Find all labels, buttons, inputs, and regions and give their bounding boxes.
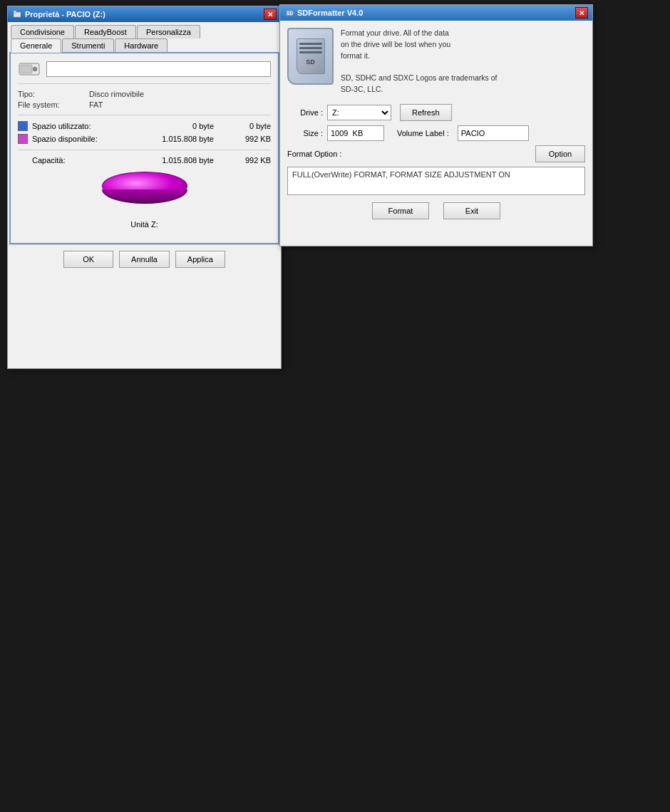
props-tabs-container: Condivisione ReadyBoost Personalizza Gen…	[8, 22, 281, 52]
svg-point-4	[33, 67, 37, 71]
props-titlebar[interactable]: Proprietà - PACIO (Z:) ✕	[8, 6, 281, 22]
props-tabs-row2: Generale Strumenti Hardware	[11, 38, 278, 52]
capacity-row: Capacità: 1.015.808 byte 992 KB	[18, 156, 271, 165]
volume-label-input[interactable]	[458, 125, 529, 141]
free-space-label: Spazio disponibile:	[32, 135, 157, 143]
capacity-kb: 992 KB	[228, 156, 271, 165]
size-label: Size :	[287, 129, 323, 137]
sd-card-icon: SD	[287, 28, 334, 85]
capacity-label: Capacità:	[32, 156, 157, 165]
drive-icon-row	[18, 61, 271, 78]
desc-line1: Format your drive. All of the data	[341, 28, 449, 37]
trademark-line1: SD, SDHC and SDXC Logos are trademarks o…	[341, 73, 497, 82]
format-info-box: FULL(OverWrite) FORMAT, FORMAT SIZE ADJU…	[287, 167, 585, 195]
disk-visual: Unità Z:	[18, 172, 271, 229]
props-titlebar-left: Proprietà - PACIO (Z:)	[12, 9, 105, 19]
free-space-row: Spazio disponibile: 1.015.808 byte 992 K…	[18, 134, 271, 144]
sdformat-content: SD Format your drive. All of the data on…	[280, 21, 592, 227]
sdformat-titlebar-left: SD SDFormatter V4.0	[284, 8, 363, 18]
disk-side	[102, 189, 187, 204]
size-row: Size : Volume Label :	[287, 125, 585, 141]
drive-label: Drive :	[287, 108, 323, 117]
free-kb: 992 KB	[228, 135, 271, 143]
format-info-text: FULL(OverWrite) FORMAT, FORMAT SIZE ADJU…	[292, 170, 510, 179]
filesystem-value: FAT	[89, 100, 103, 109]
drive-icon	[18, 61, 41, 78]
svg-text:SD: SD	[287, 11, 294, 16]
divider2	[18, 115, 271, 115]
disk-unit-label: Unità Z:	[102, 220, 187, 229]
refresh-button[interactable]: Refresh	[400, 104, 452, 121]
sdformat-title-icon: SD	[284, 8, 294, 18]
tab-generale[interactable]: Generale	[11, 38, 61, 53]
props-dialog-buttons: OK Annulla Applica	[8, 244, 281, 274]
sdformat-top: SD Format your drive. All of the data on…	[287, 28, 585, 95]
properties-dialog: Proprietà - PACIO (Z:) ✕ Condivisione Re…	[7, 6, 282, 369]
applica-button[interactable]: Applica	[175, 251, 225, 268]
drive-row: Drive : Z: Refresh	[287, 104, 585, 121]
tab-readyboost[interactable]: ReadyBoost	[75, 25, 136, 38]
sd-stripe-1	[299, 43, 322, 45]
option-button[interactable]: Option	[535, 145, 585, 162]
divider3	[18, 150, 271, 150]
annulla-button[interactable]: Annulla	[119, 251, 170, 268]
format-button[interactable]: Format	[372, 202, 429, 219]
props-title-text: Proprietà - PACIO (Z:)	[25, 10, 105, 19]
props-tab-panel: Tipo: Disco rimovibile File system: FAT …	[9, 52, 279, 244]
free-color-box	[18, 134, 28, 144]
sd-description-box: Format your drive. All of the data on th…	[341, 28, 585, 95]
sd-card-inner: SD	[297, 38, 325, 74]
sdformat-bottom-buttons: Format Exit	[287, 202, 585, 219]
format-option-label: Format Option :	[287, 150, 531, 158]
drive-select[interactable]: Z:	[327, 105, 391, 120]
sdformat-close-button[interactable]: ✕	[575, 7, 588, 19]
filesystem-label: File system:	[18, 100, 89, 109]
tab-condivisione[interactable]: Condivisione	[11, 25, 74, 38]
free-bytes: 1.015.808 byte	[157, 135, 214, 143]
exit-button[interactable]: Exit	[443, 202, 500, 219]
used-color-box	[18, 121, 28, 131]
used-space-row: Spazio utilizzato: 0 byte 0 byte	[18, 121, 271, 131]
ok-button[interactable]: OK	[63, 251, 113, 268]
tab-hardware[interactable]: Hardware	[115, 38, 168, 52]
tipo-row: Tipo: Disco rimovibile	[18, 90, 271, 98]
drive-name-input[interactable]	[46, 61, 271, 77]
props-title-icon	[12, 9, 22, 19]
disk-3d	[102, 172, 187, 214]
volume-label-text: Volume Label :	[397, 129, 449, 137]
props-tabs-row1: Condivisione ReadyBoost Personalizza	[11, 25, 278, 38]
sdformat-title-text: SDFormatter V4.0	[297, 9, 363, 17]
sdformat-titlebar[interactable]: SD SDFormatter V4.0 ✕	[280, 5, 592, 21]
tab-strumenti[interactable]: Strumenti	[62, 38, 114, 52]
sd-stripe-2	[299, 47, 322, 49]
size-input	[327, 125, 384, 141]
sdformat-dialog: SD SDFormatter V4.0 ✕ SD	[279, 4, 593, 246]
used-space-label: Spazio utilizzato:	[32, 122, 157, 130]
capacity-bytes: 1.015.808 byte	[157, 156, 214, 165]
svg-rect-3	[21, 65, 32, 73]
used-kb: 0 byte	[228, 122, 271, 130]
format-option-row: Format Option : Option	[287, 145, 585, 162]
trademark-line2: SD-3C, LLC.	[341, 85, 383, 93]
disk-3d-container: Unità Z:	[102, 172, 187, 229]
sd-stripe-3	[299, 51, 322, 53]
used-bytes: 0 byte	[157, 122, 214, 130]
svg-rect-1	[14, 11, 16, 13]
tipo-label: Tipo:	[18, 90, 89, 98]
tab-personalizza[interactable]: Personalizza	[137, 25, 200, 38]
props-close-button[interactable]: ✕	[264, 9, 277, 20]
divider1	[18, 83, 271, 84]
filesystem-row: File system: FAT	[18, 100, 271, 109]
desc-line3: format it.	[341, 51, 370, 60]
tipo-value: Disco rimovibile	[89, 90, 144, 98]
desc-line2: on the drive will be lost when you	[341, 40, 450, 48]
